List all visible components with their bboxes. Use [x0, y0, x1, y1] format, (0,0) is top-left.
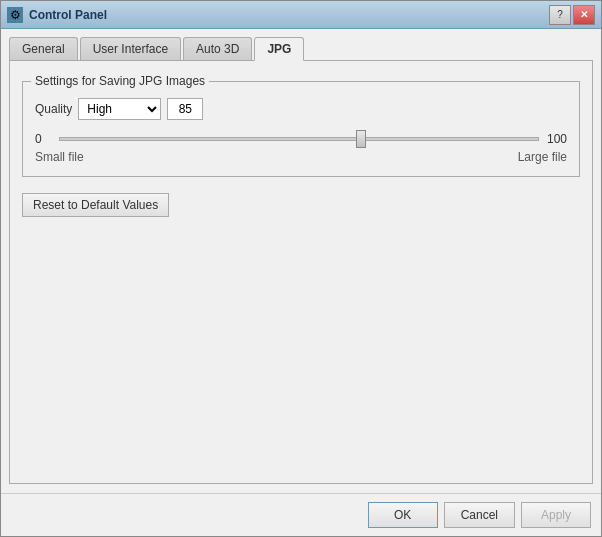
- quality-row: Quality High Low Medium Maximum: [35, 98, 567, 120]
- tab-bar: General User Interface Auto 3D JPG: [9, 37, 593, 61]
- help-button[interactable]: ?: [549, 5, 571, 25]
- jpg-settings-group: Settings for Saving JPG Images Quality H…: [22, 81, 580, 177]
- slider-row: 0 100: [35, 132, 567, 146]
- window-icon: ⚙: [7, 7, 23, 23]
- content-area: General User Interface Auto 3D JPG Setti…: [1, 29, 601, 493]
- bottom-bar: OK Cancel Apply: [1, 493, 601, 536]
- control-panel-window: ⚙ Control Panel ? ✕ General User Interfa…: [0, 0, 602, 537]
- tab-user-interface[interactable]: User Interface: [80, 37, 181, 61]
- quality-value-input[interactable]: [167, 98, 203, 120]
- close-button[interactable]: ✕: [573, 5, 595, 25]
- apply-button[interactable]: Apply: [521, 502, 591, 528]
- tab-general[interactable]: General: [9, 37, 78, 61]
- tab-content-jpg: Settings for Saving JPG Images Quality H…: [9, 60, 593, 484]
- slider-max-value: 100: [547, 132, 567, 146]
- quality-label: Quality: [35, 102, 72, 116]
- slider-min-value: 0: [35, 132, 51, 146]
- slider-min-label: Small file: [35, 150, 84, 164]
- tab-auto-3d[interactable]: Auto 3D: [183, 37, 252, 61]
- quality-select[interactable]: High Low Medium Maximum: [78, 98, 161, 120]
- ok-button[interactable]: OK: [368, 502, 438, 528]
- window-title: Control Panel: [29, 8, 543, 22]
- title-bar-controls: ? ✕: [549, 5, 595, 25]
- slider-track[interactable]: [59, 137, 539, 141]
- slider-max-label: Large file: [518, 150, 567, 164]
- group-label: Settings for Saving JPG Images: [31, 74, 209, 88]
- reset-button[interactable]: Reset to Default Values: [22, 193, 169, 217]
- tab-jpg[interactable]: JPG: [254, 37, 304, 61]
- cancel-button[interactable]: Cancel: [444, 502, 515, 528]
- title-bar: ⚙ Control Panel ? ✕: [1, 1, 601, 29]
- slider-thumb[interactable]: [356, 130, 366, 148]
- slider-labels: Small file Large file: [35, 150, 567, 164]
